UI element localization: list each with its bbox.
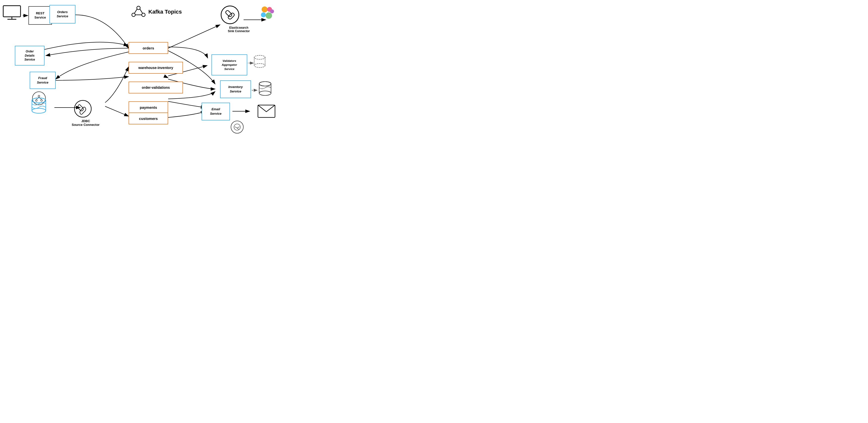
source-db-icon bbox=[30, 96, 48, 115]
inventory-db-icon bbox=[257, 80, 273, 98]
elastic-logo-icon bbox=[258, 4, 276, 22]
rest-service-label: REST Service bbox=[34, 11, 46, 20]
elasticsearch-sink-label: ElasticsearchSink Connector bbox=[228, 26, 250, 33]
elasticsearch-icon bbox=[220, 5, 240, 25]
inventory-service-label: InventoryService bbox=[228, 85, 243, 94]
topic-customers-label: customers bbox=[139, 117, 158, 121]
svg-point-28 bbox=[261, 12, 266, 17]
inventory-service-box: InventoryService bbox=[220, 80, 251, 98]
email-service-label: EmailService bbox=[210, 107, 221, 116]
architecture-diagram: REST Service OrdersService OrderDetailsS… bbox=[0, 0, 289, 141]
topic-warehouse-box: warehouse-inventory bbox=[129, 62, 183, 74]
topic-customers-box: customers bbox=[129, 112, 168, 124]
orders-service-label: OrdersService bbox=[57, 10, 68, 19]
svg-point-20 bbox=[132, 13, 135, 17]
svg-line-22 bbox=[134, 9, 137, 13]
topic-order-validations-label: order-validations bbox=[142, 86, 170, 90]
fraud-service-label: FraudService bbox=[37, 76, 48, 85]
svg-point-26 bbox=[261, 6, 268, 12]
svg-point-44 bbox=[32, 98, 46, 103]
svg-point-29 bbox=[266, 12, 272, 19]
svg-point-48 bbox=[74, 100, 91, 117]
svg-point-21 bbox=[142, 13, 145, 17]
svg-point-34 bbox=[254, 64, 265, 67]
kafka-topics-label: Kafka Topics bbox=[148, 9, 182, 15]
order-details-label: OrderDetailsService bbox=[25, 50, 35, 62]
topic-order-validations-box: order-validations bbox=[129, 82, 183, 93]
topic-payments-box: payments bbox=[129, 101, 168, 113]
svg-line-23 bbox=[140, 9, 143, 13]
fraud-service-box: FraudService bbox=[30, 72, 56, 89]
svg-point-47 bbox=[32, 108, 46, 113]
email-service-circle-icon bbox=[231, 121, 244, 133]
svg-line-5 bbox=[105, 106, 129, 116]
svg-point-39 bbox=[259, 91, 271, 95]
topic-warehouse-label: warehouse-inventory bbox=[138, 66, 173, 70]
orders-service-box: OrdersService bbox=[50, 5, 75, 24]
svg-line-3 bbox=[168, 25, 220, 48]
validators-aggregator-box: ValidatorsAggregatorService bbox=[211, 54, 247, 75]
email-service-box: EmailService bbox=[202, 103, 230, 120]
jdbc-connector-icon bbox=[73, 99, 93, 119]
monitor-icon bbox=[2, 5, 22, 21]
topic-payments-label: payments bbox=[140, 105, 157, 109]
topic-orders-label: orders bbox=[143, 46, 154, 50]
svg-point-19 bbox=[137, 6, 140, 10]
jdbc-source-label: JDBCSource Connector bbox=[72, 119, 100, 127]
svg-point-36 bbox=[259, 82, 271, 86]
envelope-icon bbox=[257, 104, 276, 119]
validators-db-icon bbox=[252, 54, 267, 69]
kafka-icon bbox=[131, 5, 146, 21]
svg-line-41 bbox=[237, 128, 239, 130]
topic-orders-box: orders bbox=[129, 42, 168, 54]
svg-rect-11 bbox=[3, 6, 21, 17]
svg-point-40 bbox=[234, 124, 240, 130]
validators-aggregator-label: ValidatorsAggregatorService bbox=[222, 59, 237, 71]
svg-point-31 bbox=[254, 55, 265, 59]
order-details-service-box: OrderDetailsService bbox=[15, 46, 44, 66]
rest-service-box: REST Service bbox=[28, 6, 52, 25]
svg-point-30 bbox=[270, 9, 274, 13]
